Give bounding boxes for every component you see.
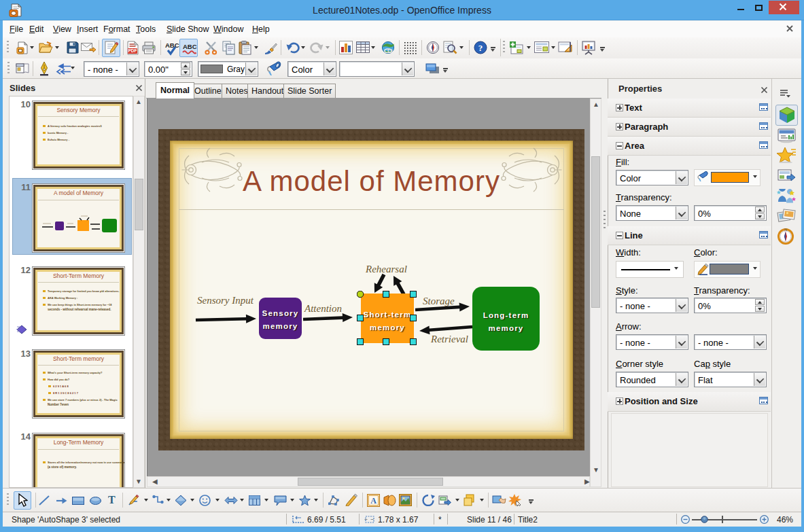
svg-text:A: A — [370, 496, 377, 506]
svg-text:?: ? — [478, 43, 483, 53]
svg-text:PDF: PDF — [128, 48, 137, 53]
svg-text:N: N — [784, 228, 787, 232]
svg-text:ABC: ABC — [183, 43, 197, 50]
svg-text:ABC: ABC — [165, 41, 179, 49]
